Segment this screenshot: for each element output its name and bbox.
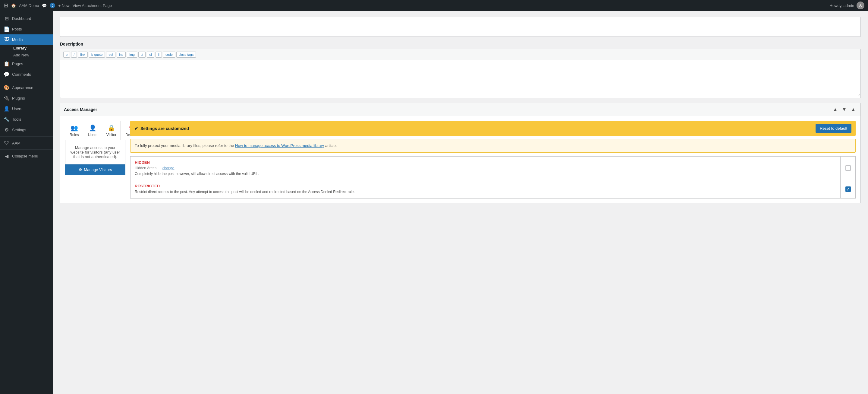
sidebar-item-label: Collapse menu — [12, 154, 38, 159]
users-tab-icon: 👤 — [89, 124, 96, 132]
sidebar-item-label: Comments — [12, 72, 31, 77]
toolbar-btn-ins[interactable]: ins — [117, 52, 126, 58]
sidebar-item-plugins[interactable]: 🔌 Plugins — [0, 93, 53, 104]
site-name-link[interactable]: AAM Demo — [19, 3, 39, 8]
aam-layout: 👥 Roles 👤 Users 🔒 Visitor — [65, 121, 856, 198]
sidebar-item-appearance[interactable]: 🎨 Appearance — [0, 82, 53, 93]
info-link[interactable]: How to manage access to WordPress media … — [235, 143, 324, 148]
change-link[interactable]: change — [162, 166, 174, 170]
toolbar-btn-img[interactable]: img — [127, 52, 137, 58]
sidebar-item-label: Dashboard — [12, 16, 31, 21]
info-text-after: article. — [324, 143, 337, 148]
toolbar-btn-code[interactable]: code — [163, 52, 175, 58]
appearance-icon: 🎨 — [4, 85, 10, 90]
new-link[interactable]: + New — [58, 3, 69, 8]
settings-icon: ⚙ — [4, 127, 10, 133]
tab-roles-label: Roles — [70, 133, 79, 137]
toolbar-btn-link[interactable]: link — [78, 52, 88, 58]
permission-hidden-content: HIDDEN Hidden Areas: ... change Complete… — [130, 157, 840, 180]
visitor-info-text: Manage access to your website for visito… — [70, 145, 120, 159]
toolbar-btn-del[interactable]: del — [106, 52, 116, 58]
posts-icon: 📄 — [4, 26, 10, 32]
info-notice: To fully protect your media library file… — [130, 139, 856, 153]
metabox-collapse-down-btn[interactable]: ▼ — [841, 106, 848, 113]
comments-icon: 💬 — [4, 72, 10, 77]
toolbar-btn-ol[interactable]: ol — [147, 52, 154, 58]
toolbar-btn-i[interactable]: i — [71, 52, 76, 58]
sidebar-item-aam[interactable]: 🛡 AAM — [0, 138, 53, 148]
sidebar-item-label: Appearance — [12, 85, 33, 90]
sidebar-item-posts[interactable]: 📄 Posts — [0, 24, 53, 34]
sidebar-sub-add-new[interactable]: Add New — [0, 52, 53, 59]
toolbar-btn-b[interactable]: b — [63, 52, 70, 58]
sidebar-item-dashboard[interactable]: ⊞ Dashboard — [0, 13, 53, 24]
sidebar-collapse-menu[interactable]: ◀ Collapse menu — [0, 151, 53, 161]
tabs-row: 👥 Roles 👤 Users 🔒 Visitor — [65, 121, 125, 140]
users-icon: 👤 — [4, 106, 10, 112]
description-section: Description b i link b-quote del ins img… — [60, 41, 861, 98]
gear-icon: ⚙ — [79, 167, 82, 172]
sidebar-item-media[interactable]: 🖼 Media — [0, 34, 53, 45]
metabox-title: Access Manager — [64, 107, 97, 112]
sidebar-item-label: Users — [12, 107, 22, 111]
tools-icon: 🔧 — [4, 116, 10, 122]
customized-banner: ✔ Settings are customized Reset to defau… — [130, 121, 856, 136]
permission-hidden-desc: Completely hide the post however, still … — [135, 171, 836, 176]
sidebar-item-settings[interactable]: ⚙ Settings — [0, 124, 53, 135]
restricted-checkbox[interactable]: ✓ — [845, 187, 851, 192]
hidden-checkbox[interactable] — [845, 165, 851, 171]
sidebar-item-pages[interactable]: 📋 Pages — [0, 59, 53, 69]
aam-icon: 🛡 — [4, 140, 10, 146]
sidebar-item-tools[interactable]: 🔧 Tools — [0, 114, 53, 124]
metabox-body: 👥 Roles 👤 Users 🔒 Visitor — [60, 116, 861, 203]
toolbar-btn-ul[interactable]: ul — [138, 52, 146, 58]
top-textarea[interactable] — [60, 17, 861, 35]
sidebar-item-comments[interactable]: 💬 Comments — [0, 69, 53, 80]
permission-row-hidden: HIDDEN Hidden Areas: ... change Complete… — [130, 156, 856, 180]
sidebar-item-label: Tools — [12, 117, 21, 121]
tab-visitor[interactable]: 🔒 Visitor — [102, 121, 121, 140]
sidebar-sub-library[interactable]: Library — [0, 45, 53, 52]
permission-row-restricted: RESTRICTED Restrict direct access to the… — [130, 180, 856, 198]
metabox-collapse-up-btn[interactable]: ▲ — [832, 106, 839, 113]
pages-icon: 📋 — [4, 61, 10, 67]
toolbar-btn-close-tags[interactable]: close tags — [176, 52, 196, 58]
howdy-text: Howdy, admin — [830, 3, 854, 8]
comment-icon: 💬 — [42, 3, 47, 8]
description-textarea[interactable] — [60, 60, 861, 96]
toolbar-btn-bquote[interactable]: b-quote — [89, 52, 105, 58]
customized-banner-text: Settings are customized — [141, 126, 189, 131]
sidebar-item-label: Plugins — [12, 96, 25, 101]
tab-users-label: Users — [88, 133, 97, 137]
sidebar-item-label: Posts — [12, 27, 22, 31]
metabox-toggle-btn[interactable]: ▲ — [849, 106, 857, 113]
permission-restricted-check[interactable]: ✓ — [840, 180, 855, 198]
main-content: Description b i link b-quote del ins img… — [53, 11, 868, 394]
tab-visitor-label: Visitor — [106, 133, 116, 137]
roles-tab-icon: 👥 — [70, 124, 78, 132]
check-icon: ✔ — [134, 126, 138, 131]
sidebar-item-label: AAM — [12, 141, 21, 145]
sidebar-item-label: Media — [12, 37, 23, 42]
dashboard-icon: ⊞ — [4, 16, 10, 21]
metabox-controls: ▲ ▼ ▲ — [832, 106, 857, 113]
permission-hidden-check[interactable] — [840, 157, 855, 180]
description-label: Description — [60, 41, 861, 47]
visitor-info: Manage access to your website for visito… — [65, 140, 125, 164]
comment-count[interactable]: 0 — [50, 3, 55, 8]
tab-users[interactable]: 👤 Users — [84, 121, 102, 140]
permission-restricted-desc: Restrict direct access to the post. Any … — [135, 190, 836, 195]
toolbar-btn-li[interactable]: li — [156, 52, 162, 58]
reset-to-default-button[interactable]: Reset to default — [815, 124, 851, 133]
site-icon: 🏠 — [11, 3, 16, 8]
manage-visitors-button[interactable]: ⚙ Manage Visitors — [65, 164, 125, 175]
sidebar-item-users[interactable]: 👤 Users — [0, 104, 53, 114]
avatar: A — [857, 1, 864, 9]
sidebar-item-label: Pages — [12, 61, 23, 66]
tab-roles[interactable]: 👥 Roles — [65, 121, 84, 140]
view-attachment-link[interactable]: View Attachment Page — [73, 3, 112, 8]
permission-hidden-meta: Hidden Areas: ... change — [135, 166, 836, 170]
editor-toolbar: b i link b-quote del ins img ul ol li co… — [60, 49, 861, 60]
metabox-header: Access Manager ▲ ▼ ▲ — [60, 103, 861, 116]
wp-logo-icon[interactable]: ⊞ — [4, 2, 8, 9]
